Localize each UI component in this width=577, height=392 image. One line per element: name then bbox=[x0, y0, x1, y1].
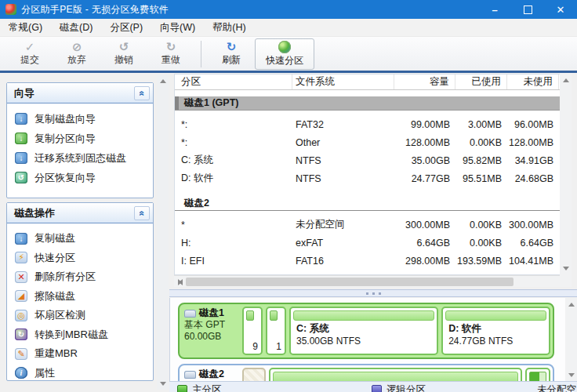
scroll-right-icon[interactable] bbox=[174, 276, 186, 288]
menu-partition[interactable]: 分区(P) bbox=[101, 19, 151, 36]
quick-partition-icon bbox=[15, 252, 27, 263]
disk-map-panel: 磁盘1 基本 GPT 60.00GB 9 1 bbox=[169, 298, 577, 381]
table-row[interactable]: *: FAT32 99.00MB 3.00MB 96.00MB bbox=[175, 115, 560, 133]
menu-wizard[interactable]: 向导(W) bbox=[151, 19, 204, 36]
legend-logical: 逻辑分区 bbox=[372, 383, 426, 392]
minimize-icon bbox=[492, 4, 497, 16]
table-vertical-scrollbar[interactable] bbox=[560, 74, 572, 287]
disk1-name: 磁盘1 bbox=[199, 307, 224, 319]
disk1-type: 基本 GPT bbox=[184, 319, 241, 331]
sidebar-item-bad-sector-check[interactable]: 坏扇区检测 bbox=[15, 306, 153, 325]
partition-block-c[interactable]: C: 系统 35.00GB NTFS bbox=[289, 307, 438, 355]
column-unused[interactable]: 未使用 bbox=[507, 74, 559, 89]
menu-disk[interactable]: 磁盘(D) bbox=[51, 19, 101, 36]
partition-block-efi[interactable]: 9 bbox=[242, 307, 263, 355]
column-partition[interactable]: 分区 bbox=[175, 74, 292, 89]
sidebar-item-copy-partition-wizard[interactable]: 复制分区向导 bbox=[15, 129, 153, 148]
table-row[interactable]: *: Other 128.00MB 0.00KB 128.00MB bbox=[175, 133, 560, 151]
scroll-down-icon[interactable] bbox=[560, 263, 572, 274]
panel-splitter[interactable] bbox=[169, 289, 577, 297]
sidebar-item-convert-to-mbr[interactable]: 转换到MBR磁盘 bbox=[15, 325, 153, 345]
partition-block-unallocated[interactable] bbox=[242, 368, 266, 381]
sidebar-item-quick-partition[interactable]: 快速分区 bbox=[15, 249, 153, 268]
sidebar-item-rebuild-mbr[interactable]: 重建MBR bbox=[15, 344, 153, 364]
table-row[interactable]: H: exFAT 6.64GB 0.00KB 6.64GB bbox=[175, 234, 560, 252]
table-row[interactable]: D: 软件 NTFS 24.77GB 95.51MB 24.68GB bbox=[175, 169, 560, 187]
sidebar-item-copy-disk-wizard[interactable]: 复制磁盘向导 bbox=[15, 109, 153, 129]
disk1-group-header[interactable]: 磁盘1 (GPT) bbox=[175, 96, 560, 111]
copy-disk-icon bbox=[15, 233, 27, 245]
sidebar-item-properties[interactable]: 属性 bbox=[15, 364, 153, 383]
app-logo-icon bbox=[5, 4, 16, 15]
sidebar-scrollbar[interactable] bbox=[157, 74, 169, 390]
refresh-icon: ↻ bbox=[227, 41, 237, 53]
partition-usage-bar bbox=[273, 372, 518, 381]
partition-usage-bar bbox=[529, 372, 546, 381]
collapse-chevron-icon[interactable] bbox=[134, 86, 150, 100]
collapse-chevron-icon[interactable] bbox=[134, 206, 150, 220]
partition-usage-chip bbox=[246, 310, 254, 321]
titlebar: 分区助手PE版 - 无损分区免费软件 bbox=[0, 0, 577, 19]
commit-check-icon: ✓ bbox=[25, 41, 35, 53]
column-used[interactable]: 已使用 bbox=[455, 74, 507, 89]
disk2-card[interactable]: 磁盘2 基本 MBR bbox=[178, 364, 554, 381]
copy-disk-wizard-icon bbox=[15, 113, 27, 125]
table-row[interactable]: C: 系统 NTFS 35.00GB 95.82MB 34.91GB bbox=[175, 151, 560, 169]
column-filesystem[interactable]: 文件系统 bbox=[292, 74, 394, 89]
column-capacity[interactable]: 容量 bbox=[394, 74, 455, 89]
refresh-button[interactable]: ↻ 刷新 bbox=[208, 38, 255, 70]
partition-block-i-efi[interactable] bbox=[525, 368, 550, 381]
partition-recovery-icon bbox=[15, 172, 27, 183]
wizards-panel: 向导 复制磁盘向导 复制分区向导 迁移系统到固态磁盘 分区恢 bbox=[6, 82, 154, 198]
undo-button[interactable]: ↺ 撤销 bbox=[100, 38, 147, 70]
commit-button[interactable]: ✓ 提交 bbox=[6, 38, 53, 70]
primary-partition-swatch-icon bbox=[177, 385, 187, 392]
disk2-group-header[interactable]: 磁盘2 bbox=[175, 197, 560, 211]
partition-usage-chip bbox=[270, 310, 278, 321]
sidebar-item-partition-recovery[interactable]: 分区恢复向导 bbox=[15, 168, 153, 187]
table-row[interactable]: I: EFI FAT16 298.00MB 193.59MB 104.41MB bbox=[175, 252, 560, 270]
quick-partition-button[interactable]: 快速分区 bbox=[255, 38, 314, 70]
sidebar-item-delete-all-partitions[interactable]: 删除所有分区 bbox=[15, 267, 153, 287]
disk-panel-scrollbar[interactable] bbox=[565, 298, 577, 381]
scroll-down-icon[interactable] bbox=[565, 369, 577, 381]
legend-primary: 主分区 bbox=[177, 383, 222, 392]
properties-icon bbox=[15, 367, 27, 379]
scroll-up-icon[interactable] bbox=[565, 298, 577, 310]
toolbar: ✓ 提交 ⊘ 放弃 ↺ 撤销 ↻ 重做 ↻ 刷新 快速分区 bbox=[0, 37, 577, 71]
partition-block-h[interactable] bbox=[269, 368, 522, 381]
discard-button[interactable]: ⊘ 放弃 bbox=[53, 38, 100, 70]
scroll-up-icon[interactable] bbox=[560, 74, 572, 85]
partition-usage-bar bbox=[293, 310, 434, 321]
partition-block-d[interactable]: D: 软件 24.77GB NTFS bbox=[441, 307, 550, 355]
disk-operations-panel-header: 磁盘操作 bbox=[7, 203, 153, 223]
partition-usage-bar bbox=[445, 310, 546, 321]
table-row[interactable]: * 未分配空间 300.00MB 0.00KB 300.00MB bbox=[175, 216, 560, 234]
wipe-disk-icon bbox=[15, 290, 27, 302]
disk-operations-panel: 磁盘操作 复制磁盘 快速分区 删除所有分区 擦除磁盘 bbox=[6, 202, 154, 381]
discard-icon: ⊘ bbox=[72, 41, 82, 53]
migrate-os-icon bbox=[15, 152, 27, 164]
sidebar-item-copy-disk[interactable]: 复制磁盘 bbox=[15, 229, 153, 249]
menu-help[interactable]: 帮助(H) bbox=[204, 19, 254, 36]
sidebar-item-migrate-os[interactable]: 迁移系统到固态磁盘 bbox=[15, 148, 153, 168]
minimize-button[interactable] bbox=[478, 0, 511, 19]
partition-table: 分区 文件系统 容量 已使用 未使用 磁盘1 (GPT) *: FAT32 99… bbox=[174, 74, 560, 275]
maximize-button[interactable] bbox=[511, 0, 544, 19]
scrollbar-thumb[interactable] bbox=[186, 278, 513, 286]
table-horizontal-scrollbar[interactable] bbox=[174, 275, 560, 287]
partition-type-legend: 主分区 逻辑分区 未分配空间 bbox=[169, 381, 577, 392]
partition-block-msr[interactable]: 1 bbox=[266, 307, 286, 355]
logical-partition-swatch-icon bbox=[372, 385, 382, 392]
quick-partition-globe-icon bbox=[278, 41, 291, 53]
disk1-size: 60.00GB bbox=[184, 331, 241, 343]
menu-general[interactable]: 常规(G) bbox=[0, 19, 51, 36]
sidebar-item-wipe-disk[interactable]: 擦除磁盘 bbox=[15, 287, 153, 307]
close-button[interactable] bbox=[544, 0, 577, 19]
redo-button[interactable]: ↻ 重做 bbox=[147, 38, 194, 70]
scroll-up-icon[interactable] bbox=[157, 74, 169, 86]
copy-partition-wizard-icon bbox=[15, 132, 27, 144]
disk1-card[interactable]: 磁盘1 基本 GPT 60.00GB 9 1 bbox=[178, 303, 554, 359]
menubar: 常规(G) 磁盘(D) 分区(P) 向导(W) 帮助(H) bbox=[0, 19, 577, 37]
scroll-down-icon[interactable] bbox=[157, 378, 169, 390]
